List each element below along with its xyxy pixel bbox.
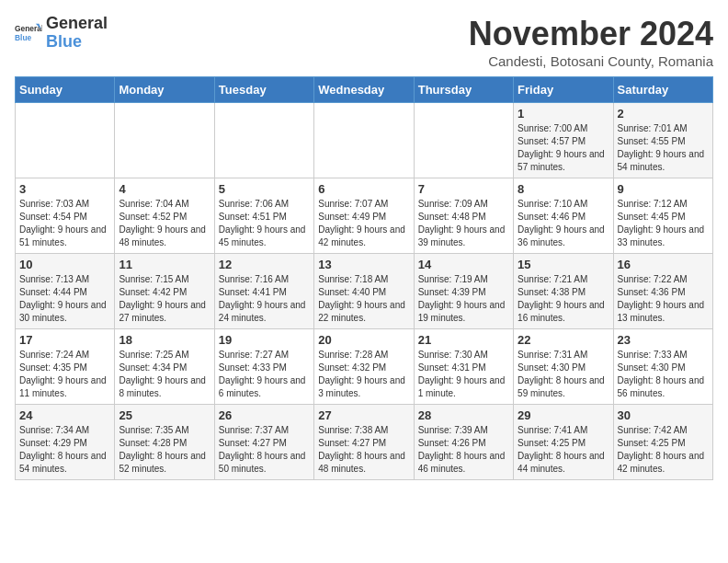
weekday-header-thursday: Thursday [414, 77, 513, 103]
day-number: 13 [318, 258, 409, 271]
day-info: Sunrise: 7:22 AM Sunset: 4:36 PM Dayligh… [618, 273, 709, 325]
day-number: 14 [418, 258, 509, 271]
month-title: November 2024 [469, 15, 713, 53]
calendar-week-0: 1Sunrise: 7:00 AM Sunset: 4:57 PM Daylig… [16, 103, 713, 178]
weekday-header-tuesday: Tuesday [214, 77, 313, 103]
calendar-cell: 11Sunrise: 7:15 AM Sunset: 4:42 PM Dayli… [115, 254, 214, 329]
calendar-cell: 15Sunrise: 7:21 AM Sunset: 4:38 PM Dayli… [514, 254, 613, 329]
calendar-week-4: 24Sunrise: 7:34 AM Sunset: 4:29 PM Dayli… [16, 405, 713, 480]
day-number: 26 [219, 408, 310, 422]
day-info: Sunrise: 7:34 AM Sunset: 4:29 PM Dayligh… [19, 424, 110, 476]
day-number: 17 [19, 333, 110, 347]
calendar-cell: 27Sunrise: 7:38 AM Sunset: 4:27 PM Dayli… [314, 405, 414, 480]
day-info: Sunrise: 7:41 AM Sunset: 4:25 PM Dayligh… [518, 424, 609, 476]
day-info: Sunrise: 7:33 AM Sunset: 4:30 PM Dayligh… [618, 349, 709, 400]
calendar-cell: 24Sunrise: 7:34 AM Sunset: 4:29 PM Dayli… [16, 405, 115, 480]
day-number: 27 [318, 408, 409, 422]
day-info: Sunrise: 7:28 AM Sunset: 4:32 PM Dayligh… [318, 349, 409, 400]
day-info: Sunrise: 7:19 AM Sunset: 4:39 PM Dayligh… [418, 273, 509, 325]
calendar-cell: 28Sunrise: 7:39 AM Sunset: 4:26 PM Dayli… [414, 405, 513, 480]
day-number: 9 [618, 182, 709, 196]
calendar-week-2: 10Sunrise: 7:13 AM Sunset: 4:44 PM Dayli… [16, 254, 713, 329]
day-number: 30 [618, 408, 709, 422]
day-info: Sunrise: 7:16 AM Sunset: 4:41 PM Dayligh… [219, 273, 310, 325]
day-info: Sunrise: 7:01 AM Sunset: 4:55 PM Dayligh… [618, 122, 709, 174]
calendar-cell: 4Sunrise: 7:04 AM Sunset: 4:52 PM Daylig… [115, 178, 214, 254]
calendar-cell: 12Sunrise: 7:16 AM Sunset: 4:41 PM Dayli… [214, 254, 313, 329]
svg-text:Blue: Blue [15, 33, 32, 42]
calendar-cell [214, 103, 313, 178]
day-number: 4 [119, 182, 210, 196]
day-number: 7 [418, 182, 509, 196]
day-info: Sunrise: 7:09 AM Sunset: 4:48 PM Dayligh… [418, 198, 509, 249]
day-info: Sunrise: 7:27 AM Sunset: 4:33 PM Dayligh… [219, 349, 310, 400]
day-info: Sunrise: 7:15 AM Sunset: 4:42 PM Dayligh… [119, 273, 210, 325]
day-info: Sunrise: 7:37 AM Sunset: 4:27 PM Dayligh… [219, 424, 310, 476]
day-number: 22 [518, 333, 609, 347]
calendar-cell: 13Sunrise: 7:18 AM Sunset: 4:40 PM Dayli… [314, 254, 414, 329]
calendar-cell: 6Sunrise: 7:07 AM Sunset: 4:49 PM Daylig… [314, 178, 414, 254]
day-info: Sunrise: 7:38 AM Sunset: 4:27 PM Dayligh… [318, 424, 409, 476]
day-number: 23 [618, 333, 709, 347]
calendar-cell: 1Sunrise: 7:00 AM Sunset: 4:57 PM Daylig… [514, 103, 613, 178]
logo-line2: Blue [46, 33, 108, 52]
day-info: Sunrise: 7:25 AM Sunset: 4:34 PM Dayligh… [119, 349, 210, 400]
day-info: Sunrise: 7:39 AM Sunset: 4:26 PM Dayligh… [418, 424, 509, 476]
calendar-cell: 7Sunrise: 7:09 AM Sunset: 4:48 PM Daylig… [414, 178, 513, 254]
calendar-cell: 5Sunrise: 7:06 AM Sunset: 4:51 PM Daylig… [214, 178, 313, 254]
calendar-cell: 26Sunrise: 7:37 AM Sunset: 4:27 PM Dayli… [214, 405, 313, 480]
calendar-cell: 8Sunrise: 7:10 AM Sunset: 4:46 PM Daylig… [514, 178, 613, 254]
day-number: 19 [219, 333, 310, 347]
calendar-header-row: SundayMondayTuesdayWednesdayThursdayFrid… [16, 77, 713, 103]
calendar-cell: 21Sunrise: 7:30 AM Sunset: 4:31 PM Dayli… [414, 329, 513, 405]
day-info: Sunrise: 7:13 AM Sunset: 4:44 PM Dayligh… [19, 273, 110, 325]
day-number: 11 [119, 258, 210, 271]
day-info: Sunrise: 7:31 AM Sunset: 4:30 PM Dayligh… [518, 349, 609, 400]
day-number: 24 [19, 408, 110, 422]
calendar-cell: 10Sunrise: 7:13 AM Sunset: 4:44 PM Dayli… [16, 254, 115, 329]
calendar-table: SundayMondayTuesdayWednesdayThursdayFrid… [15, 76, 713, 480]
calendar-cell [314, 103, 414, 178]
calendar-cell: 17Sunrise: 7:24 AM Sunset: 4:35 PM Dayli… [16, 329, 115, 405]
day-info: Sunrise: 7:06 AM Sunset: 4:51 PM Dayligh… [219, 198, 310, 249]
location-subtitle: Candesti, Botosani County, Romania [469, 53, 713, 69]
calendar-cell [414, 103, 513, 178]
day-info: Sunrise: 7:35 AM Sunset: 4:28 PM Dayligh… [119, 424, 210, 476]
day-number: 3 [19, 182, 110, 196]
calendar-cell: 2Sunrise: 7:01 AM Sunset: 4:55 PM Daylig… [613, 103, 712, 178]
logo-line1: General [46, 15, 108, 33]
calendar-cell: 23Sunrise: 7:33 AM Sunset: 4:30 PM Dayli… [613, 329, 712, 405]
logo: General Blue General Blue [15, 15, 108, 52]
day-number: 1 [518, 107, 609, 121]
day-info: Sunrise: 7:04 AM Sunset: 4:52 PM Dayligh… [119, 198, 210, 249]
day-number: 10 [19, 258, 110, 271]
day-number: 5 [219, 182, 310, 196]
calendar-cell: 9Sunrise: 7:12 AM Sunset: 4:45 PM Daylig… [613, 178, 712, 254]
weekday-header-monday: Monday [115, 77, 214, 103]
calendar-cell: 18Sunrise: 7:25 AM Sunset: 4:34 PM Dayli… [115, 329, 214, 405]
calendar-week-3: 17Sunrise: 7:24 AM Sunset: 4:35 PM Dayli… [16, 329, 713, 405]
calendar-cell: 16Sunrise: 7:22 AM Sunset: 4:36 PM Dayli… [613, 254, 712, 329]
day-info: Sunrise: 7:42 AM Sunset: 4:25 PM Dayligh… [618, 424, 709, 476]
day-number: 18 [119, 333, 210, 347]
day-info: Sunrise: 7:10 AM Sunset: 4:46 PM Dayligh… [518, 198, 609, 249]
day-number: 28 [418, 408, 509, 422]
day-info: Sunrise: 7:03 AM Sunset: 4:54 PM Dayligh… [19, 198, 110, 249]
calendar-cell: 3Sunrise: 7:03 AM Sunset: 4:54 PM Daylig… [16, 178, 115, 254]
calendar-cell: 30Sunrise: 7:42 AM Sunset: 4:25 PM Dayli… [613, 405, 712, 480]
calendar-cell: 14Sunrise: 7:19 AM Sunset: 4:39 PM Dayli… [414, 254, 513, 329]
day-info: Sunrise: 7:24 AM Sunset: 4:35 PM Dayligh… [19, 349, 110, 400]
day-number: 2 [618, 107, 709, 121]
calendar-cell [16, 103, 115, 178]
day-number: 6 [318, 182, 409, 196]
weekday-header-saturday: Saturday [613, 77, 712, 103]
day-info: Sunrise: 7:18 AM Sunset: 4:40 PM Dayligh… [318, 273, 409, 325]
calendar-cell: 19Sunrise: 7:27 AM Sunset: 4:33 PM Dayli… [214, 329, 313, 405]
calendar-cell: 20Sunrise: 7:28 AM Sunset: 4:32 PM Dayli… [314, 329, 414, 405]
calendar-cell: 22Sunrise: 7:31 AM Sunset: 4:30 PM Dayli… [514, 329, 613, 405]
day-info: Sunrise: 7:30 AM Sunset: 4:31 PM Dayligh… [418, 349, 509, 400]
title-area: November 2024 Candesti, Botosani County,… [469, 15, 713, 69]
weekday-header-wednesday: Wednesday [314, 77, 414, 103]
day-info: Sunrise: 7:07 AM Sunset: 4:49 PM Dayligh… [318, 198, 409, 249]
day-number: 20 [318, 333, 409, 347]
